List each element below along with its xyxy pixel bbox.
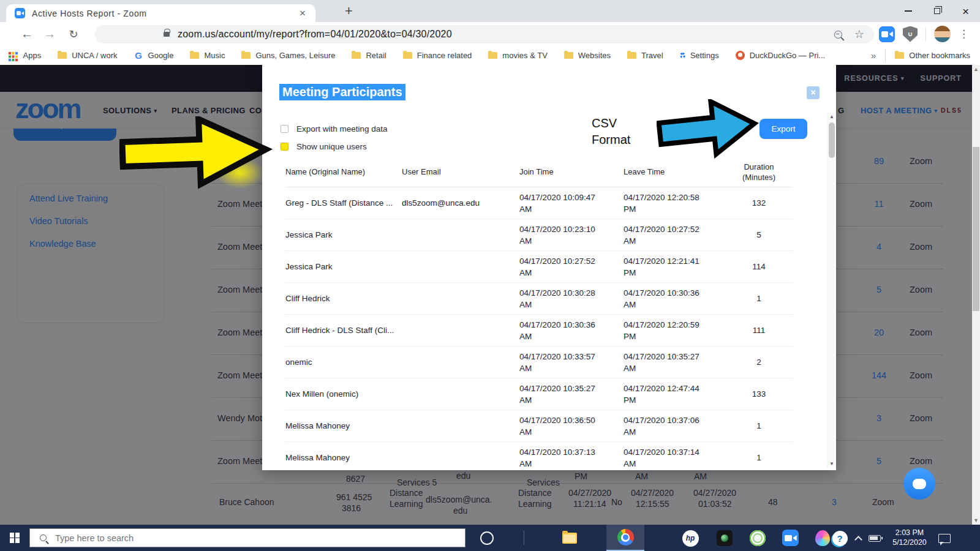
- folder-icon: [488, 52, 497, 59]
- page-scrollbar[interactable]: ▲ ▼: [972, 65, 980, 525]
- bookmark-item[interactable]: Apps: [7, 51, 41, 60]
- cell-duration: 111: [725, 326, 793, 335]
- chat-widget-button[interactable]: [903, 468, 935, 500]
- search-icon: [40, 534, 47, 541]
- bookmark-item[interactable]: Guns, Games, Leisure: [241, 51, 335, 60]
- chrome-taskbar-active[interactable]: [606, 525, 644, 551]
- cell-leave-time: 04/17/2020 12:21:41PM: [624, 255, 725, 279]
- file-explorer-icon[interactable]: [561, 530, 578, 547]
- cell-leave-time: 04/17/2020 12:20:58PM: [624, 192, 725, 215]
- search-input[interactable]: [55, 533, 423, 543]
- tab-close-icon[interactable]: ×: [298, 8, 307, 18]
- network-globe-icon[interactable]: [749, 530, 766, 547]
- browser-titlebar: Active Hosts Report - Zoom × + ×: [0, 0, 980, 22]
- folder-icon: [403, 52, 412, 59]
- bookmark-item[interactable]: Finance related: [403, 51, 472, 60]
- zoom-app-icon[interactable]: [782, 530, 799, 546]
- csv-format-note: CSV Format: [592, 115, 630, 148]
- folder-icon: [895, 52, 904, 59]
- address-bar[interactable]: zoom.us/account/my/report?from=04/01/202…: [95, 25, 874, 43]
- participant-row: Cliff Hedrick 04/17/2020 10:30:28AM 04/1…: [285, 283, 793, 315]
- modal-scrollbar-thumb: [829, 122, 835, 158]
- folder-icon: [352, 52, 361, 59]
- scroll-up-icon: ▲: [972, 66, 980, 72]
- cell-name: onemic: [285, 358, 402, 367]
- taskbar-clock[interactable]: 2:03 PM5/12/2020: [884, 528, 935, 547]
- cell-leave-time: 04/17/2020 12:20:59PM: [624, 319, 725, 342]
- bookmark-item[interactable]: movies & TV: [488, 51, 547, 60]
- cell-join-time: 04/17/2020 10:36:50AM: [519, 414, 624, 438]
- zoom-extension-icon[interactable]: [879, 26, 895, 42]
- folder-icon: [627, 52, 636, 59]
- url-text: zoom.us/account/my/report?from=04/01/202…: [178, 29, 452, 40]
- taskbar-search[interactable]: [29, 528, 466, 547]
- bookmark-item[interactable]: G Google: [134, 50, 174, 61]
- modal-scrollbar[interactable]: ▲ ▼: [827, 113, 835, 468]
- cell-leave-time: 04/17/2020 10:30:36AM: [624, 287, 725, 310]
- paint-app-icon[interactable]: [814, 530, 831, 547]
- window-close-button[interactable]: ×: [951, 0, 980, 22]
- browser-menu-icon[interactable]: ⋮: [959, 28, 969, 40]
- page-viewport: 125 RESOURCES ▾ SUPPORT Reports zoom SOL…: [0, 65, 980, 525]
- lock-icon[interactable]: [164, 32, 170, 37]
- participant-row: Cliff Hedrick - DLS Staff (Cli... 04/17/…: [285, 315, 793, 347]
- folder-icon: [190, 52, 199, 59]
- window-minimize-button[interactable]: [894, 0, 922, 22]
- bookmark-item[interactable]: UNCA / work: [58, 51, 117, 60]
- cell-duration: 1: [725, 453, 793, 462]
- bookmark-item[interactable]: Music: [190, 51, 225, 60]
- modal-close-icon[interactable]: ×: [807, 86, 820, 99]
- cell-join-time: 04/17/2020 10:37:13AM: [519, 446, 624, 470]
- cell-join-time: 04/17/2020 10:30:28AM: [519, 287, 624, 310]
- cell-duration: 133: [725, 389, 793, 399]
- battery-icon[interactable]: [866, 530, 883, 547]
- bookmark-item[interactable]: Websites: [564, 51, 611, 60]
- cortana-icon[interactable]: [478, 530, 496, 547]
- window-restore-button[interactable]: [922, 0, 951, 22]
- divider: [524, 531, 524, 545]
- participants-table: Name (Original Name) User Email Join Tim…: [285, 157, 793, 470]
- profile-avatar[interactable]: [934, 26, 951, 42]
- bookmark-item[interactable]: DuckDuckGo — Pri...: [736, 51, 826, 60]
- cell-duration: 2: [725, 358, 793, 367]
- new-tab-button[interactable]: +: [345, 3, 353, 19]
- show-unique-users-checkbox[interactable]: [281, 143, 288, 151]
- bookmarks-overflow-icon[interactable]: »: [871, 50, 876, 61]
- browser-tab[interactable]: Active Hosts Report - Zoom ×: [6, 4, 315, 22]
- participant-row: Jessica Park 04/17/2020 10:27:52AM 04/17…: [285, 251, 793, 283]
- divider: [925, 28, 926, 41]
- chrome-icon: [617, 529, 634, 545]
- bookmark-item[interactable]: Settings: [680, 51, 719, 60]
- zoom-out-icon[interactable]: [834, 31, 842, 39]
- bookmarks-list: Apps UNCA / work G Google Music Guns, Ga…: [0, 50, 825, 61]
- cell-duration: 132: [725, 198, 793, 208]
- participant-row: Melissa Mahoney 04/17/2020 10:36:50AM 04…: [285, 410, 793, 442]
- action-center-icon[interactable]: [936, 530, 953, 547]
- export-button[interactable]: Export: [760, 119, 807, 139]
- export-with-meeting-data-checkbox[interactable]: [281, 125, 288, 133]
- folder-icon: [241, 52, 251, 59]
- duck-icon: [736, 51, 745, 60]
- get-help-icon[interactable]: ?: [831, 530, 848, 547]
- google-icon: G: [134, 50, 143, 61]
- bookmark-item[interactable]: Travel: [627, 51, 663, 60]
- participant-row: Nex Millen (onemic) 04/17/2020 10:35:27A…: [285, 378, 793, 410]
- tray-chevron-icon[interactable]: [853, 530, 864, 547]
- grid-icon: [9, 52, 11, 54]
- back-icon[interactable]: ←: [16, 22, 38, 46]
- forward-icon[interactable]: →: [39, 22, 61, 46]
- bookmark-star-icon[interactable]: ☆: [854, 28, 864, 41]
- camera-app-icon[interactable]: [716, 530, 733, 547]
- hp-app-icon[interactable]: hp: [682, 530, 699, 547]
- other-bookmarks-button[interactable]: Other bookmarks: [895, 51, 970, 60]
- participant-row: Greg - DLS Staff (Distance ... dls5zoom@…: [285, 187, 793, 219]
- zoom-favicon-icon: [15, 8, 25, 18]
- start-button[interactable]: [0, 525, 29, 551]
- shield-extension-icon[interactable]: U: [903, 26, 918, 42]
- browser-toolbar: ← → ↻ zoom.us/account/my/report?from=04/…: [0, 22, 980, 46]
- folder-icon: [564, 52, 573, 59]
- bookmark-item[interactable]: Retail: [352, 51, 386, 60]
- reload-icon[interactable]: ↻: [62, 22, 85, 46]
- participants-table-body: Greg - DLS Staff (Distance ... dls5zoom@…: [285, 187, 793, 470]
- participants-table-header: Name (Original Name) User Email Join Tim…: [285, 157, 793, 187]
